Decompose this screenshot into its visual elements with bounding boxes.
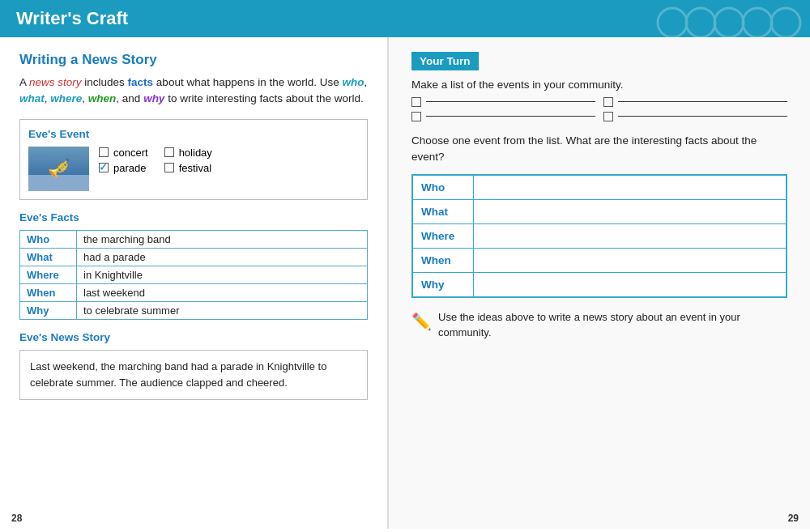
svg-point-1: [686, 8, 715, 37]
your-turn-badge: Your Turn: [411, 52, 787, 79]
table-row: Who the marching band: [20, 230, 368, 248]
what-label: What: [20, 248, 77, 266]
concert-option[interactable]: concert: [99, 147, 148, 159]
where-value: in Knightville: [77, 266, 368, 283]
who-term: who: [343, 76, 364, 88]
eves-facts-label: Eve's Facts: [19, 211, 368, 223]
event-content: concert holiday parade festival: [28, 147, 359, 191]
right-facts-table: Who What Where When Why: [411, 174, 787, 298]
checklist-line-3: [426, 116, 595, 117]
checklist-item-3[interactable]: [411, 112, 595, 121]
concert-checkbox[interactable]: [99, 147, 109, 157]
table-row: Who: [412, 175, 787, 200]
news-story-text: Last weekend, the marching band had a pa…: [30, 360, 326, 389]
holiday-checkbox[interactable]: [164, 147, 174, 157]
when-term: when: [88, 92, 117, 104]
right-when-input[interactable]: [473, 248, 787, 272]
right-who-input[interactable]: [473, 175, 787, 200]
news-story-term: news story: [29, 76, 82, 88]
table-row: When: [412, 248, 787, 272]
table-row: Where: [412, 223, 787, 248]
eves-event-box: Eve's Event concert holiday: [19, 119, 368, 200]
table-row: When last weekend: [20, 283, 368, 301]
table-row: Why to celebrate summer: [20, 301, 368, 319]
left-page: Writing a News Story A news story includ…: [0, 37, 389, 529]
right-who-label: Who: [412, 175, 473, 200]
checklist-checkbox-4[interactable]: [603, 112, 613, 121]
bottom-tip: ✏️ Use the ideas above to write a news s…: [411, 309, 787, 341]
checklist-line-1: [426, 101, 595, 102]
why-value: to celebrate summer: [77, 301, 368, 319]
table-row: What: [412, 199, 787, 223]
eves-event-label: Eve's Event: [28, 128, 359, 140]
checklist-item-4[interactable]: [603, 112, 787, 121]
checklist-item-2[interactable]: [603, 97, 787, 107]
festival-option[interactable]: festival: [164, 162, 214, 174]
when-label: When: [20, 283, 77, 301]
page-header: Writer's Craft: [0, 0, 810, 37]
checklist-checkbox-1[interactable]: [411, 97, 421, 107]
where-label: Where: [20, 266, 77, 283]
checklist-line-4: [618, 116, 787, 117]
svg-point-4: [771, 8, 800, 37]
right-what-input[interactable]: [473, 199, 787, 223]
left-page-number: 28: [11, 513, 22, 524]
where-term: where: [50, 92, 82, 104]
right-when-label: When: [412, 248, 473, 272]
section-title: Writing a News Story: [19, 52, 368, 68]
holiday-option[interactable]: holiday: [164, 147, 214, 159]
checklist-item-1[interactable]: [411, 97, 595, 107]
event-checkboxes: concert holiday parade festival: [99, 147, 213, 174]
main-content: Writing a News Story A news story includ…: [0, 37, 810, 529]
svg-point-3: [743, 8, 772, 37]
what-value: had a parade: [77, 248, 368, 266]
why-term: why: [143, 92, 164, 104]
parade-label: parade: [113, 162, 146, 174]
right-why-input[interactable]: [473, 272, 787, 297]
right-what-label: What: [412, 199, 473, 223]
pencil-icon: ✏️: [411, 309, 432, 334]
parade-checkbox[interactable]: [99, 163, 109, 172]
band-illustration: [28, 147, 89, 191]
when-value: last weekend: [77, 283, 368, 301]
checklist-checkbox-2[interactable]: [603, 97, 613, 107]
right-page-number: 29: [788, 513, 799, 524]
right-prompt-1: Make a list of the events in your commun…: [411, 79, 787, 91]
why-label: Why: [20, 301, 77, 319]
your-turn-label: Your Turn: [411, 52, 479, 70]
right-why-label: Why: [412, 272, 473, 297]
eves-facts-table: Who the marching band What had a parade …: [19, 230, 368, 320]
checklist-line-2: [618, 101, 787, 102]
checklist-checkbox-3[interactable]: [411, 112, 421, 121]
festival-checkbox[interactable]: [164, 163, 174, 172]
intro-paragraph: A news story includes facts about what h…: [19, 74, 368, 108]
holiday-label: holiday: [179, 147, 212, 159]
festival-label: festival: [179, 162, 211, 174]
right-where-label: Where: [412, 223, 473, 248]
svg-point-0: [658, 8, 687, 37]
checklist-grid: [411, 97, 787, 121]
tip-text: Use the ideas above to write a news stor…: [438, 309, 787, 341]
who-value: the marching band: [77, 230, 368, 248]
table-row: Where in Knightville: [20, 266, 368, 283]
event-prompt: Choose one event from the list. What are…: [411, 133, 787, 166]
event-image: [28, 147, 89, 191]
right-page: Your Turn Make a list of the events in y…: [389, 37, 810, 529]
who-label: Who: [20, 230, 77, 248]
table-row: What had a parade: [20, 248, 368, 266]
concert-label: concert: [113, 147, 148, 159]
parade-option[interactable]: parade: [99, 162, 148, 174]
news-story-box: Last weekend, the marching band had a pa…: [19, 350, 368, 400]
eves-news-label: Eve's News Story: [19, 331, 368, 343]
right-where-input[interactable]: [473, 223, 787, 248]
page-title: Writer's Craft: [16, 8, 128, 28]
table-row: Why: [412, 272, 787, 297]
svg-point-2: [714, 8, 744, 37]
facts-term: facts: [128, 76, 154, 88]
what-term: what: [19, 92, 45, 104]
